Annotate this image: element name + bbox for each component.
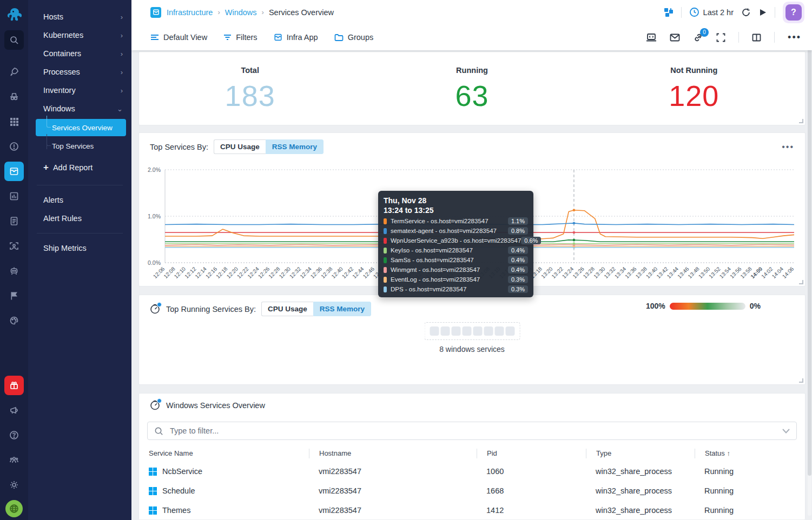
play-icon[interactable] [758, 8, 767, 17]
table-filter [147, 422, 797, 440]
add-report-button[interactable]: + Add Report [28, 156, 131, 179]
service-type: win32_share_process [586, 467, 695, 476]
rocket-icon[interactable] [4, 62, 24, 82]
fullscreen-icon[interactable] [716, 33, 725, 42]
sidebar-link-alert-rules[interactable]: Alert Rules [28, 209, 131, 228]
tooltip-time-range: 13:24 to 13:25 [384, 205, 528, 215]
groups-button[interactable]: Groups [334, 33, 374, 42]
column-header-pid[interactable]: Pid [477, 449, 586, 458]
cpu-usage-toggle[interactable]: CPU Usage [261, 302, 313, 316]
robot-icon[interactable] [4, 261, 24, 281]
rss-memory-toggle[interactable]: RSS Memory [313, 302, 371, 316]
crosshair-point [573, 239, 576, 242]
terminal-laptop-icon[interactable] [646, 33, 657, 42]
avatar-globe-icon[interactable] [5, 500, 23, 517]
infrastructure-icon[interactable] [4, 162, 24, 181]
help-button[interactable]: ? [783, 2, 804, 23]
panel-menu-icon[interactable]: ••• [782, 145, 794, 149]
groups-label: Groups [348, 33, 374, 42]
infra-app-button[interactable]: Infra App [274, 33, 318, 42]
sidebar-item-processes[interactable]: Processes › [28, 63, 131, 81]
services-table-title: Windows Services Overview [166, 401, 265, 410]
top-running-services-panel: Top Running Services By: CPU Usage RSS M… [138, 295, 806, 385]
nav-divider [37, 185, 123, 185]
megaphone-icon[interactable] [4, 401, 24, 420]
treemap-placeholder[interactable] [424, 322, 520, 340]
refresh-icon[interactable] [741, 8, 751, 17]
table-row[interactable]: Themes vmi2283547 1412 win32_share_proce… [139, 501, 805, 520]
hostname: vmi2283547 [309, 467, 477, 476]
stat-total-label: Total [139, 66, 361, 75]
filter-input[interactable] [170, 426, 776, 435]
split-columns-icon[interactable] [752, 34, 761, 42]
breadcrumb-infrastructure[interactable]: Infrastructure [167, 8, 213, 17]
panel-resize-handle[interactable] [799, 280, 803, 284]
column-header-service-name[interactable]: Service Name [139, 449, 309, 458]
windows-services-table-panel: Windows Services Overview Service NameHo… [138, 393, 806, 519]
sidebar-item-hosts[interactable]: Hosts › [28, 8, 131, 26]
share-link-icon[interactable]: 0 [693, 32, 703, 43]
chevron-right-icon: › [217, 8, 220, 16]
tooltip-row: WpnUserService_a923b - os.host=vmi228354… [384, 237, 528, 244]
column-header-type[interactable]: Type [586, 449, 695, 458]
sidebar-link-alerts[interactable]: Alerts [28, 191, 131, 209]
dashboards-icon[interactable] [4, 186, 24, 206]
sidebar-item-kubernetes[interactable]: Kubernetes › [28, 26, 131, 44]
time-range-picker[interactable]: Last 2 hr [689, 7, 734, 17]
service-name: Themes [162, 506, 190, 515]
folder-icon [334, 34, 344, 42]
plus-icon: + [43, 162, 49, 173]
panel-resize-handle[interactable] [799, 378, 803, 383]
sidebar-item-windows[interactable]: Windows ⌄ [28, 99, 131, 118]
apps-grid-icon[interactable] [4, 112, 24, 131]
logs-icon[interactable] [4, 211, 24, 231]
sidebar-item-containers[interactable]: Containers › [28, 44, 131, 63]
more-menu-icon[interactable]: ••• [788, 32, 801, 43]
synthetics-icon[interactable] [4, 236, 24, 256]
email-icon[interactable] [670, 34, 680, 42]
chevron-down-icon[interactable] [782, 429, 790, 434]
gauge-info-icon[interactable] [150, 304, 161, 315]
heat-legend: 100% 0% [646, 302, 761, 310]
help-circle-icon[interactable] [4, 425, 24, 445]
breadcrumb-windows[interactable]: Windows [225, 8, 257, 17]
default-view-button[interactable]: Default View [150, 33, 207, 42]
gauge-info-icon[interactable] [150, 400, 161, 411]
series-value: 0.4% [508, 266, 528, 274]
sematext-logo-icon[interactable] [3, 3, 25, 25]
table-body: NcbService vmi2283547 1060 win32_share_p… [139, 462, 805, 520]
cpu-usage-toggle[interactable]: CPU Usage [214, 139, 266, 154]
alerts-icon[interactable] [4, 137, 24, 156]
table-row[interactable]: Schedule vmi2283547 1668 win32_share_pro… [139, 481, 805, 501]
palette-icon[interactable] [4, 311, 24, 330]
gear-icon[interactable] [4, 475, 24, 495]
chevron-right-icon: › [121, 31, 123, 39]
global-search-icon[interactable] [4, 30, 24, 50]
series-name: sematext-agent - os.host=vmi2283547 [391, 228, 508, 234]
page-scrollbar[interactable] [808, 36, 811, 516]
sidebar-subitem-label: Services Overview [52, 124, 113, 132]
chevron-right-icon: › [121, 13, 123, 21]
spy-icon[interactable] [4, 87, 24, 106]
sidebar-item-inventory[interactable]: Inventory › [28, 81, 131, 99]
pid: 1668 [477, 486, 586, 495]
x-axis-tick: 14:06 [781, 265, 795, 279]
sidebar-link-ship-metrics[interactable]: Ship Metrics [28, 239, 131, 257]
column-header-status[interactable]: Status ↑ [695, 449, 805, 458]
hostname: vmi2283547 [309, 506, 477, 515]
gift-icon[interactable] [4, 376, 24, 395]
chart-tooltip: Thu, Nov 28 13:24 to 13:25 TermService -… [378, 191, 533, 297]
rss-memory-toggle[interactable]: RSS Memory [266, 139, 324, 154]
column-header-hostname[interactable]: Hostname [309, 449, 477, 458]
dashboard-grid-icon[interactable] [664, 8, 674, 17]
team-icon[interactable] [4, 450, 24, 470]
stat-running-value: 63 [361, 79, 583, 112]
flag-icon[interactable] [4, 286, 24, 305]
series-name: DPS - os.host=vmi2283547 [391, 286, 508, 292]
panel-resize-handle[interactable] [799, 119, 803, 123]
sidebar-subitem-top-services[interactable]: Top Services [36, 137, 126, 155]
table-row[interactable]: NcbService vmi2283547 1060 win32_share_p… [139, 462, 805, 481]
scrollbar-thumb[interactable] [808, 38, 811, 476]
filters-button[interactable]: Filters [223, 33, 257, 42]
pid: 1060 [477, 467, 586, 476]
